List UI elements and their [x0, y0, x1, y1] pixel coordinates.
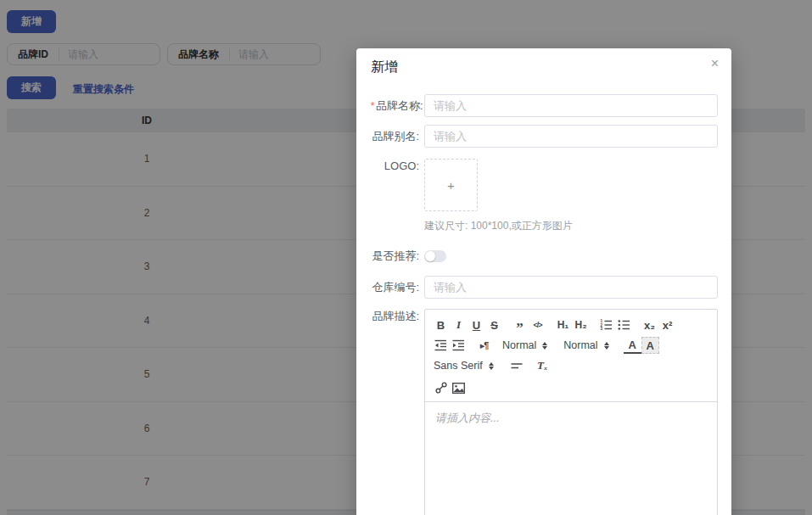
size-picker[interactable]: Normal	[562, 337, 610, 354]
required-asterisk: *	[370, 99, 374, 112]
picker-arrows-icon	[542, 342, 547, 350]
rich-text-editor: B I U S ” </> H₁ H₂	[424, 309, 718, 515]
modal-body: *品牌名称: 品牌别名: LOGO: + 建议尺寸: 100*100,或正方形图…	[356, 94, 731, 515]
warehouse-label: 仓库编号:	[370, 280, 424, 295]
modal-title: 新增	[371, 59, 398, 74]
align-button[interactable]	[508, 357, 526, 374]
form-row-brand-alias: 品牌别名:	[370, 125, 718, 148]
editor-placeholder: 请插入内容...	[435, 411, 500, 424]
outdent-button[interactable]	[432, 337, 450, 354]
modal-brand-alias-input[interactable]	[424, 125, 718, 148]
recommend-toggle[interactable]	[424, 250, 446, 262]
bullet-list-button[interactable]	[615, 316, 633, 333]
plus-icon: +	[447, 178, 455, 193]
font-picker-label: Sans Serif	[434, 360, 483, 372]
bold-button[interactable]: B	[432, 316, 450, 333]
description-label: 品牌描述:	[370, 309, 424, 324]
strikethrough-button[interactable]: S	[485, 316, 503, 333]
code-block-button[interactable]: </>	[529, 316, 546, 333]
warehouse-input[interactable]	[424, 276, 718, 299]
header-2-button[interactable]: H₂	[572, 316, 590, 333]
picker-arrows-icon	[489, 362, 494, 370]
editor-toolbar: B I U S ” </> H₁ H₂	[425, 310, 717, 402]
image-button[interactable]	[450, 379, 468, 396]
form-row-logo: LOGO: + 建议尺寸: 100*100,或正方形图片	[370, 159, 718, 233]
picker-arrows-icon	[604, 342, 609, 350]
recommend-label: 是否推荐:	[370, 249, 424, 264]
close-icon[interactable]: ×	[711, 57, 719, 70]
ordered-list-button[interactable]: 123	[597, 316, 615, 333]
form-row-recommend: 是否推荐:	[370, 249, 718, 264]
form-row-warehouse: 仓库编号:	[370, 276, 718, 299]
form-row-description: 品牌描述: B I U S ” </>	[370, 309, 718, 515]
add-brand-modal: 新增 × *品牌名称: 品牌别名: LOGO: + 建议尺寸: 100*100,…	[356, 48, 731, 515]
form-row-brand-name: *品牌名称:	[370, 94, 718, 117]
editor-content-area[interactable]: 请插入内容...	[425, 402, 717, 515]
blockquote-button[interactable]: ”	[511, 316, 529, 333]
brand-alias-label: 品牌别名:	[370, 129, 424, 144]
logo-size-hint: 建议尺寸: 100*100,或正方形图片	[424, 219, 718, 233]
font-picker[interactable]: Sans Serif	[432, 357, 496, 374]
link-button[interactable]	[432, 379, 450, 396]
underline-button[interactable]: U	[468, 316, 485, 333]
modal-brand-name-input[interactable]	[424, 94, 718, 117]
indent-button[interactable]	[450, 337, 468, 354]
modal-header: 新增 ×	[356, 48, 731, 76]
background-color-button[interactable]: A	[641, 337, 659, 354]
logo-upload-button[interactable]: +	[424, 159, 478, 211]
svg-text:3: 3	[601, 327, 603, 331]
subscript-button[interactable]: x₂	[641, 316, 658, 333]
superscript-button[interactable]: x²	[658, 316, 676, 333]
logo-label: LOGO:	[370, 159, 424, 174]
size-picker-label: Normal	[563, 339, 597, 351]
text-color-button[interactable]: A	[624, 337, 641, 354]
italic-button[interactable]: I	[450, 316, 468, 333]
heading-picker[interactable]: Normal	[501, 337, 549, 354]
heading-picker-label: Normal	[502, 339, 536, 351]
clear-format-button[interactable]: Tₓ	[534, 357, 552, 374]
text-direction-button[interactable]: ▸¶	[475, 337, 493, 354]
header-1-button[interactable]: H₁	[554, 316, 572, 333]
brand-name-label: *品牌名称:	[370, 98, 424, 114]
toggle-knob	[425, 251, 435, 261]
